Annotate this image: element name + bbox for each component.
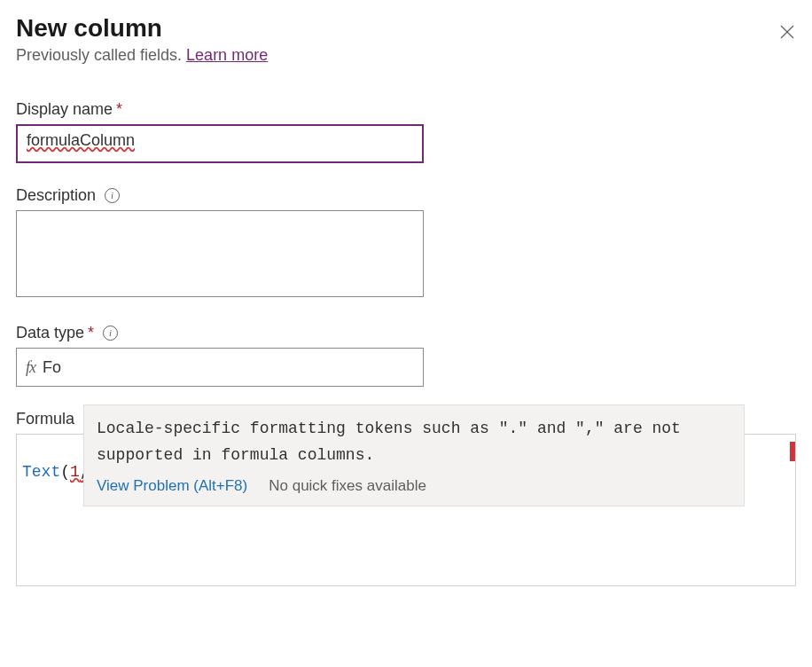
no-fixes-text: No quick fixes available bbox=[269, 477, 426, 495]
data-type-select[interactable]: fx Fo bbox=[16, 348, 424, 387]
fx-icon: fx bbox=[26, 358, 35, 377]
required-marker: * bbox=[88, 324, 94, 341]
info-icon[interactable]: i bbox=[105, 188, 120, 203]
error-marker[interactable] bbox=[790, 442, 795, 461]
display-name-field: Display name* formulaColumn bbox=[16, 100, 796, 163]
panel-title: New column bbox=[16, 14, 796, 43]
display-name-value: formulaColumn bbox=[27, 131, 135, 149]
display-name-input[interactable]: formulaColumn bbox=[16, 124, 424, 163]
error-message: Locale-specific formatting tokens such a… bbox=[97, 416, 731, 468]
error-tooltip: Locale-specific formatting tokens such a… bbox=[83, 404, 745, 506]
info-icon[interactable]: i bbox=[103, 326, 118, 341]
close-button[interactable] bbox=[777, 21, 798, 43]
close-icon bbox=[780, 25, 794, 39]
formula-label: Formula bbox=[16, 410, 74, 428]
description-field: Description i bbox=[16, 186, 796, 301]
panel-subtitle: Previously called fields. Learn more bbox=[16, 46, 796, 65]
subtitle-text: Previously called fields. bbox=[16, 46, 186, 64]
data-type-field: Data type* i fx Fo bbox=[16, 324, 796, 387]
learn-more-link[interactable]: Learn more bbox=[186, 46, 268, 64]
view-problem-link[interactable]: View Problem (Alt+F8) bbox=[97, 477, 247, 495]
description-label: Description bbox=[16, 186, 96, 205]
required-marker: * bbox=[116, 100, 122, 118]
description-input[interactable] bbox=[16, 210, 424, 297]
display-name-label: Display name* bbox=[16, 100, 122, 119]
data-type-value: Fo bbox=[43, 358, 61, 377]
data-type-label: Data type* bbox=[16, 324, 94, 342]
